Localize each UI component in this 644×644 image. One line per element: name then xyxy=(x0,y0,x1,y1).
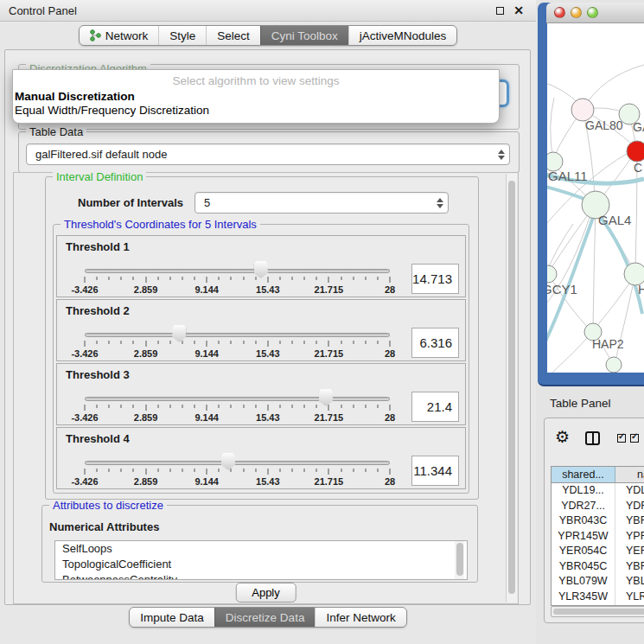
apply-button[interactable]: Apply xyxy=(235,583,296,603)
slider-handle[interactable] xyxy=(319,389,333,406)
tab-cyni-toolbox[interactable]: Cyni Toolbox xyxy=(260,26,348,45)
num-intervals-select[interactable]: 5 xyxy=(194,192,449,214)
slider-track[interactable] xyxy=(85,333,390,337)
network-node[interactable] xyxy=(606,357,622,373)
gear-icon[interactable]: ⚙ xyxy=(555,429,570,446)
table-row[interactable]: YER054CYER0 xyxy=(552,544,644,559)
tab-network[interactable]: Network xyxy=(80,26,159,45)
tab-jactivemnodules[interactable]: jActiveMNodules xyxy=(348,26,457,45)
close-icon[interactable]: ✕ xyxy=(513,6,524,15)
tick-mark xyxy=(121,469,122,472)
numerical-attributes-label: Numerical Attributes xyxy=(49,520,159,533)
num-intervals-label: Number of Intervals xyxy=(78,196,183,209)
stepper-arrows-icon[interactable] xyxy=(496,149,506,161)
network-edge[interactable] xyxy=(603,155,634,196)
column-header[interactable]: shared... xyxy=(552,467,615,482)
tick-mark xyxy=(145,341,146,347)
split-columns-icon[interactable] xyxy=(585,431,600,445)
table-row[interactable]: YPR145WYPR1 xyxy=(552,529,644,545)
tick-mark xyxy=(207,405,207,411)
tick-mark xyxy=(219,341,220,344)
tick-mark xyxy=(85,405,86,411)
tab-impute-data[interactable]: Impute Data xyxy=(130,608,214,627)
thresholds-group: Threshold's Coordinates for 5 Intervals … xyxy=(53,224,469,494)
tab-discretize-data[interactable]: Discretize Data xyxy=(214,608,316,627)
dropdown-option-manual-discretization[interactable]: Manual Discretization xyxy=(13,90,499,104)
mac-close-button[interactable] xyxy=(554,7,565,18)
stepper-arrows-icon[interactable] xyxy=(435,197,444,209)
tab-infer-network[interactable]: Infer Network xyxy=(315,608,405,627)
threshold-value-field[interactable]: 21.4 xyxy=(411,392,459,422)
column-header[interactable]: na xyxy=(615,467,644,482)
table-row[interactable]: YBL079WYBL0 xyxy=(552,574,644,590)
float-window-icon[interactable] xyxy=(496,7,504,15)
slider-handle[interactable] xyxy=(172,325,186,342)
table-row[interactable]: YLR345WYLR3 xyxy=(552,590,644,605)
tick-mark xyxy=(85,277,86,283)
tick-mark xyxy=(341,341,341,344)
table-cell: YDL19... xyxy=(552,483,615,499)
table-row[interactable]: YBR043CYBR0 xyxy=(552,513,644,529)
tick-mark xyxy=(377,341,378,344)
table-cell: YLR345W xyxy=(552,590,615,605)
tick-mark xyxy=(169,405,170,408)
list-item[interactable]: TopologicalCoefficient xyxy=(55,557,467,572)
numerical-attributes-list[interactable]: SelfLoopsTopologicalCoefficientBetweenne… xyxy=(54,540,468,580)
network-edge[interactable] xyxy=(593,207,596,328)
tick-mark xyxy=(365,405,366,408)
network-edge[interactable] xyxy=(552,334,591,373)
slider-handle[interactable] xyxy=(254,261,268,278)
table-cell: YBR043C xyxy=(552,513,615,529)
settings-scrollpane: Interval Definition Number of Intervals … xyxy=(13,172,519,604)
threshold-value-field[interactable]: 6.316 xyxy=(411,328,459,358)
tick-label: -3.426 xyxy=(71,284,98,295)
threshold-value-field[interactable]: 14.713 xyxy=(411,264,459,294)
network-view-window: GAL80GACGAL11GAL4GCY1HHAP2 xyxy=(538,3,644,386)
table-cell: YDR27... xyxy=(552,499,615,514)
slider-track[interactable] xyxy=(85,397,390,401)
mac-zoom-button[interactable] xyxy=(587,7,598,18)
threshold-label: Threshold 1 xyxy=(66,240,130,253)
tick-mark xyxy=(328,277,329,283)
network-edge[interactable] xyxy=(596,277,634,328)
control-panel: Control Panel ✕ NetworkStyleSelectCyni T… xyxy=(0,0,536,644)
tick-mark xyxy=(341,277,341,280)
slider-track[interactable] xyxy=(85,461,390,465)
tick-mark xyxy=(97,405,98,408)
attributes-scrollbar[interactable] xyxy=(455,541,464,579)
list-item[interactable]: SelfLoops xyxy=(55,541,467,557)
dropdown-hint: Select algorithm to view settings xyxy=(13,74,499,90)
threshold-label: Threshold 2 xyxy=(66,304,130,317)
list-item[interactable]: BetweennessCentrality xyxy=(55,572,467,580)
vertical-scrollbar[interactable] xyxy=(506,174,517,603)
tick-mark xyxy=(279,405,280,408)
table-row[interactable]: YDR27...YDR2 xyxy=(552,499,644,514)
tab-select[interactable]: Select xyxy=(206,26,260,45)
network-node-c[interactable] xyxy=(627,141,644,162)
network-window-titlebar[interactable] xyxy=(546,3,644,23)
tick-mark xyxy=(316,405,317,408)
threshold-panel: Threshold 2-3.4262.8599.14415.4321.71528… xyxy=(56,299,466,361)
slider-handle[interactable] xyxy=(221,453,235,470)
mac-minimize-button[interactable] xyxy=(571,7,582,18)
select-column-checkbox-icon[interactable] xyxy=(617,434,626,443)
table-cell: YLR3 xyxy=(615,590,644,605)
table-row[interactable]: YDL19...YDL1 xyxy=(552,483,644,499)
tick-mark xyxy=(292,405,293,408)
tick-mark xyxy=(207,277,207,283)
table-row[interactable]: YBR045CYBR0 xyxy=(552,559,644,575)
slider-track[interactable] xyxy=(85,269,390,273)
network-canvas[interactable]: GAL80GACGAL11GAL4GCY1HHAP2 xyxy=(547,23,644,373)
threshold-value-field[interactable]: 11.344 xyxy=(411,456,459,486)
horizontal-scrollbar[interactable] xyxy=(551,606,644,617)
tick-label: 28 xyxy=(385,476,395,487)
dropdown-option-equal-width-frequency-discretization[interactable]: Equal Width/Frequency Discretization xyxy=(13,104,499,118)
table-data-select[interactable]: galFiltered.sif default node xyxy=(26,143,510,165)
select-column-checkbox-icon[interactable] xyxy=(630,434,639,443)
network-node-gcy1[interactable] xyxy=(547,265,557,283)
node-label: C xyxy=(634,161,642,175)
tick-label: 21.715 xyxy=(315,412,344,423)
tab-style[interactable]: Style xyxy=(158,26,206,45)
tick-mark xyxy=(145,277,146,283)
table-data-group: Table Data galFiltered.sif default node xyxy=(18,131,520,173)
